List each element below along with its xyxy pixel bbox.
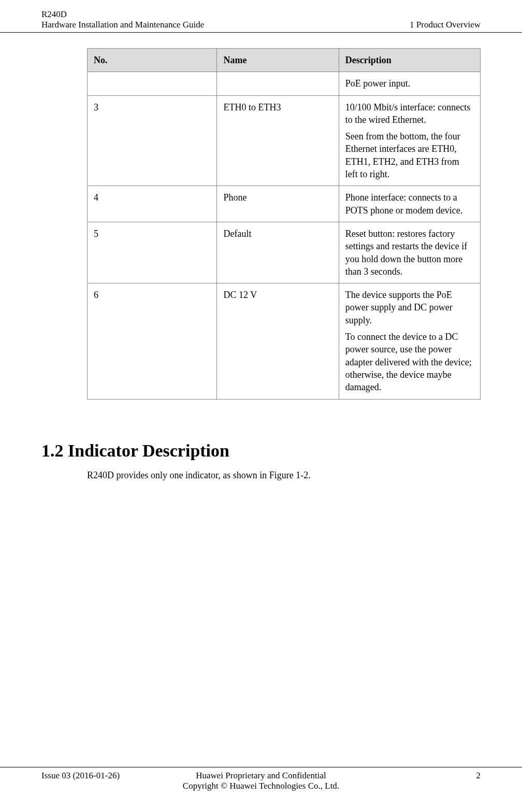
footer-issue: Issue 03 (2016-01-26) — [41, 771, 135, 781]
desc-paragraph: To connect the device to a DC power sour… — [345, 331, 474, 393]
section-heading: 1.2 Indicator Description — [41, 441, 481, 461]
cell-name: ETH0 to ETH3 — [217, 95, 339, 186]
th-name: Name — [217, 49, 339, 72]
cell-name: Default — [217, 222, 339, 283]
cell-desc: The device supports the PoE power supply… — [339, 283, 480, 399]
table-row: 6DC 12 VThe device supports the PoE powe… — [88, 283, 481, 399]
page-header: R240D Hardware Installation and Maintena… — [0, 0, 522, 33]
cell-name: DC 12 V — [217, 283, 339, 399]
footer-page-number: 2 — [387, 771, 481, 781]
footer-center: Huawei Proprietary and Confidential Copy… — [135, 771, 387, 791]
page-footer: Issue 03 (2016-01-26) Huawei Proprietary… — [0, 767, 522, 812]
table-row: 3ETH0 to ETH310/100 Mbit/s interface: co… — [88, 95, 481, 186]
cell-desc: Phone interface: connects to a POTS phon… — [339, 186, 480, 222]
table-row: 5DefaultReset button: restores factory s… — [88, 222, 481, 283]
header-left: R240D Hardware Installation and Maintena… — [41, 9, 204, 30]
header-right: 1 Product Overview — [410, 20, 481, 30]
table-container: No. Name Description PoE power input.3ET… — [87, 48, 481, 400]
table-row: 4PhonePhone interface: connects to a POT… — [88, 186, 481, 222]
doc-title: Hardware Installation and Maintenance Gu… — [41, 20, 204, 30]
cell-no: 3 — [88, 95, 217, 186]
product-code: R240D — [41, 9, 204, 20]
footer-copyright: Copyright © Huawei Technologies Co., Ltd… — [135, 781, 387, 791]
cell-desc: Reset button: restores factory settings … — [339, 222, 480, 283]
page-content: No. Name Description PoE power input.3ET… — [0, 33, 522, 481]
desc-paragraph: Seen from the bottom, the four Ethernet … — [345, 130, 474, 180]
table-row: PoE power input. — [88, 72, 481, 95]
cell-name: Phone — [217, 186, 339, 222]
section-body: R240D provides only one indicator, as sh… — [87, 470, 481, 481]
th-no: No. — [88, 49, 217, 72]
footer-proprietary: Huawei Proprietary and Confidential — [135, 771, 387, 781]
desc-paragraph: Reset button: restores factory settings … — [345, 227, 474, 278]
cell-name — [217, 72, 339, 95]
desc-paragraph: Phone interface: connects to a POTS phon… — [345, 191, 474, 217]
cell-no — [88, 72, 217, 95]
cell-desc: 10/100 Mbit/s interface: connects to the… — [339, 95, 480, 186]
desc-paragraph: 10/100 Mbit/s interface: connects to the… — [345, 101, 474, 126]
table-header-row: No. Name Description — [88, 49, 481, 72]
interface-table: No. Name Description PoE power input.3ET… — [87, 48, 481, 400]
cell-no: 6 — [88, 283, 217, 399]
cell-no: 5 — [88, 222, 217, 283]
cell-no: 4 — [88, 186, 217, 222]
chapter-title: 1 Product Overview — [410, 20, 481, 30]
desc-paragraph: The device supports the PoE power supply… — [345, 289, 474, 326]
desc-paragraph: PoE power input. — [345, 77, 474, 90]
th-desc: Description — [339, 49, 480, 72]
cell-desc: PoE power input. — [339, 72, 480, 95]
table-body: PoE power input.3ETH0 to ETH310/100 Mbit… — [88, 72, 481, 399]
